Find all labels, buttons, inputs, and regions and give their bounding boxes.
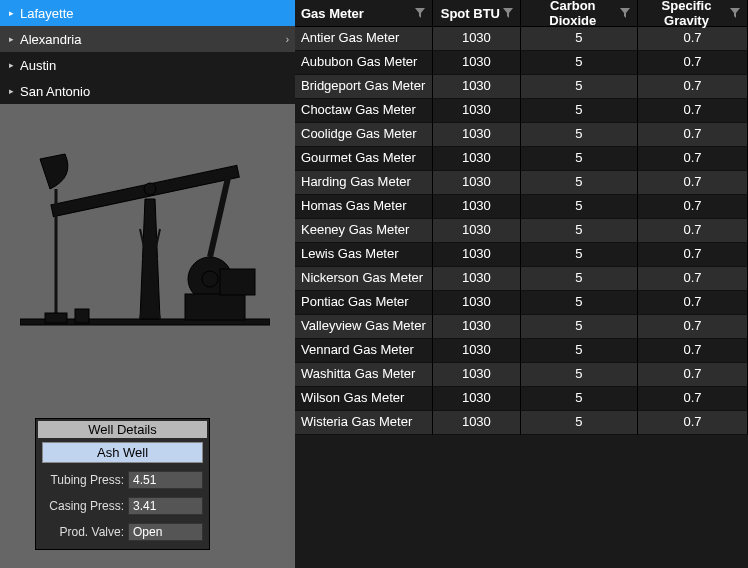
table-row[interactable]: Coolidge Gas Meter103050.7 <box>295 123 748 147</box>
column-header-specific-gravity[interactable]: Specific Gravity <box>638 0 748 26</box>
filter-icon[interactable] <box>729 7 741 19</box>
table-row[interactable]: Harding Gas Meter103050.7 <box>295 171 748 195</box>
sidebar-item-lafayette[interactable]: ▸Lafayette <box>0 0 295 26</box>
cell-sg: 0.7 <box>638 291 748 315</box>
cell-meter: Bridgeport Gas Meter <box>295 75 433 99</box>
sidebar-item-alexandria[interactable]: ▸Alexandria› <box>0 26 295 52</box>
well-detail-value[interactable]: Open <box>128 523 203 541</box>
data-grid: Gas MeterSpot BTUCarbon DioxideSpecific … <box>295 0 748 568</box>
cell-meter: Gourmet Gas Meter <box>295 147 433 171</box>
table-row[interactable]: Gourmet Gas Meter103050.7 <box>295 147 748 171</box>
cell-co2: 5 <box>521 51 638 75</box>
cell-meter: Lewis Gas Meter <box>295 243 433 267</box>
column-header-label: Specific Gravity <box>644 0 729 28</box>
table-row[interactable]: Pontiac Gas Meter103050.7 <box>295 291 748 315</box>
cell-meter: Aububon Gas Meter <box>295 51 433 75</box>
cell-meter: Wisteria Gas Meter <box>295 411 433 435</box>
grid-body: Antier Gas Meter103050.7Aububon Gas Mete… <box>295 27 748 435</box>
well-detail-value[interactable]: 3.41 <box>128 497 203 515</box>
table-row[interactable]: Wisteria Gas Meter103050.7 <box>295 411 748 435</box>
table-row[interactable]: Lewis Gas Meter103050.7 <box>295 243 748 267</box>
svg-point-12 <box>202 271 218 287</box>
cell-sg: 0.7 <box>638 243 748 267</box>
table-row[interactable]: Aububon Gas Meter103050.7 <box>295 51 748 75</box>
cell-meter: Keeney Gas Meter <box>295 219 433 243</box>
cell-co2: 5 <box>521 387 638 411</box>
cell-co2: 5 <box>521 363 638 387</box>
table-row[interactable]: Vennard Gas Meter103050.7 <box>295 339 748 363</box>
well-details-panel: Well Details Ash Well Tubing Press:4.51C… <box>35 418 210 550</box>
svg-rect-14 <box>185 294 245 320</box>
svg-rect-17 <box>75 309 89 323</box>
chevron-right-icon: › <box>286 34 289 45</box>
svg-rect-16 <box>45 313 67 323</box>
well-details-title: Well Details <box>38 421 207 438</box>
cell-sg: 0.7 <box>638 171 748 195</box>
cell-sg: 0.7 <box>638 315 748 339</box>
column-header-gas-meter[interactable]: Gas Meter <box>295 0 433 26</box>
cell-sg: 0.7 <box>638 147 748 171</box>
cell-co2: 5 <box>521 99 638 123</box>
cell-meter: Washitta Gas Meter <box>295 363 433 387</box>
table-row[interactable]: Wilson Gas Meter103050.7 <box>295 387 748 411</box>
filter-icon[interactable] <box>414 7 426 19</box>
cell-btu: 1030 <box>433 339 520 363</box>
cell-sg: 0.7 <box>638 387 748 411</box>
cell-btu: 1030 <box>433 99 520 123</box>
well-detail-value[interactable]: 4.51 <box>128 471 203 489</box>
svg-point-9 <box>144 183 156 195</box>
pump-illustration-area: Well Details Ash Well Tubing Press:4.51C… <box>0 104 295 568</box>
cell-btu: 1030 <box>433 267 520 291</box>
cell-btu: 1030 <box>433 291 520 315</box>
well-name-field[interactable]: Ash Well <box>42 442 203 463</box>
filter-icon[interactable] <box>619 7 631 19</box>
cell-btu: 1030 <box>433 411 520 435</box>
svg-rect-15 <box>220 269 255 295</box>
table-row[interactable]: Bridgeport Gas Meter103050.7 <box>295 75 748 99</box>
cell-sg: 0.7 <box>638 99 748 123</box>
cell-btu: 1030 <box>433 51 520 75</box>
cell-sg: 0.7 <box>638 51 748 75</box>
sidebar-item-label: Alexandria <box>20 32 81 47</box>
caret-right-icon: ▸ <box>6 86 16 96</box>
table-row[interactable]: Antier Gas Meter103050.7 <box>295 27 748 51</box>
cell-sg: 0.7 <box>638 267 748 291</box>
cell-co2: 5 <box>521 411 638 435</box>
grid-header-row: Gas MeterSpot BTUCarbon DioxideSpecific … <box>295 0 748 27</box>
filter-icon[interactable] <box>502 7 514 19</box>
cell-sg: 0.7 <box>638 27 748 51</box>
column-header-label: Gas Meter <box>301 6 414 21</box>
table-row[interactable]: Choctaw Gas Meter103050.7 <box>295 99 748 123</box>
cell-meter: Choctaw Gas Meter <box>295 99 433 123</box>
table-row[interactable]: Homas Gas Meter103050.7 <box>295 195 748 219</box>
table-row[interactable]: Valleyview Gas Meter103050.7 <box>295 315 748 339</box>
sidebar: ▸Lafayette▸Alexandria›▸Austin▸San Antoni… <box>0 0 295 568</box>
cell-co2: 5 <box>521 195 638 219</box>
column-header-carbon-dioxide[interactable]: Carbon Dioxide <box>521 0 638 26</box>
column-header-spot-btu[interactable]: Spot BTU <box>433 0 520 26</box>
cell-btu: 1030 <box>433 171 520 195</box>
caret-right-icon: ▸ <box>6 34 16 44</box>
table-row[interactable]: Washitta Gas Meter103050.7 <box>295 363 748 387</box>
table-row[interactable]: Keeney Gas Meter103050.7 <box>295 219 748 243</box>
cell-btu: 1030 <box>433 123 520 147</box>
cell-co2: 5 <box>521 219 638 243</box>
cell-btu: 1030 <box>433 363 520 387</box>
cell-co2: 5 <box>521 147 638 171</box>
column-header-label: Spot BTU <box>439 6 501 21</box>
cell-btu: 1030 <box>433 315 520 339</box>
cell-co2: 5 <box>521 339 638 363</box>
cell-btu: 1030 <box>433 219 520 243</box>
location-nav: ▸Lafayette▸Alexandria›▸Austin▸San Antoni… <box>0 0 295 104</box>
cell-btu: 1030 <box>433 243 520 267</box>
cell-meter: Valleyview Gas Meter <box>295 315 433 339</box>
sidebar-item-label: San Antonio <box>20 84 90 99</box>
cell-co2: 5 <box>521 315 638 339</box>
sidebar-item-austin[interactable]: ▸Austin <box>0 52 295 78</box>
table-row[interactable]: Nickerson Gas Meter103050.7 <box>295 267 748 291</box>
sidebar-item-san-antonio[interactable]: ▸San Antonio <box>0 78 295 104</box>
well-detail-label: Prod. Valve: <box>42 525 128 539</box>
cell-sg: 0.7 <box>638 363 748 387</box>
cell-btu: 1030 <box>433 387 520 411</box>
cell-btu: 1030 <box>433 147 520 171</box>
